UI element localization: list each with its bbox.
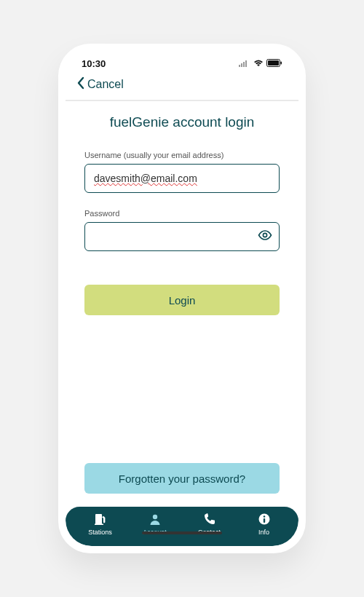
password-input[interactable] — [84, 222, 280, 251]
svg-rect-12 — [263, 518, 264, 523]
fuel-pump-icon — [94, 513, 107, 527]
phone-icon — [203, 513, 216, 527]
page-title: fuelGenie account login — [84, 114, 280, 130]
tab-label: Info — [258, 529, 269, 536]
cancel-button[interactable]: Cancel — [76, 76, 124, 92]
home-indicator[interactable] — [142, 531, 222, 534]
chevron-left-icon — [76, 76, 86, 92]
svg-point-11 — [263, 515, 265, 518]
svg-rect-3 — [245, 60, 247, 67]
wifi-icon — [253, 58, 264, 69]
login-button[interactable]: Login — [84, 285, 280, 315]
svg-rect-6 — [281, 62, 282, 65]
tab-bar: Stations Account Contact Info — [66, 507, 298, 546]
tab-label: Stations — [88, 529, 112, 536]
battery-icon — [266, 58, 282, 69]
status-bar: 10:30 — [66, 51, 298, 72]
cancel-label: Cancel — [87, 78, 124, 91]
status-icons — [239, 58, 282, 69]
nav-bar: Cancel — [66, 72, 298, 101]
password-field-wrap — [84, 222, 280, 251]
svg-rect-8 — [95, 524, 103, 526]
tab-info[interactable]: Info — [237, 513, 291, 536]
tab-stations[interactable]: Stations — [73, 513, 127, 536]
info-icon — [258, 513, 271, 527]
svg-rect-1 — [241, 63, 242, 67]
username-field-wrap: davesmith@email.com — [84, 164, 280, 193]
eye-icon — [258, 230, 272, 242]
status-time: 10:30 — [82, 58, 106, 69]
svg-point-7 — [263, 233, 266, 237]
username-input[interactable]: davesmith@email.com — [84, 164, 280, 193]
svg-rect-2 — [243, 62, 245, 67]
svg-rect-0 — [239, 65, 240, 67]
username-label: Username (usually your email address) — [84, 151, 280, 159]
show-password-button[interactable] — [258, 230, 272, 243]
forgot-password-button[interactable]: Forgotten your password? — [84, 463, 280, 494]
screen: 10:30 Cancel fuelGen — [66, 51, 298, 546]
svg-point-9 — [152, 515, 157, 519]
person-icon — [149, 513, 162, 527]
password-label: Password — [84, 209, 280, 218]
username-value: davesmith@email.com — [94, 173, 197, 184]
svg-rect-5 — [268, 60, 279, 66]
phone-frame: 10:30 Cancel fuelGen — [58, 44, 306, 553]
content: fuelGenie account login Username (usuall… — [66, 101, 298, 507]
signal-icon — [239, 58, 250, 69]
